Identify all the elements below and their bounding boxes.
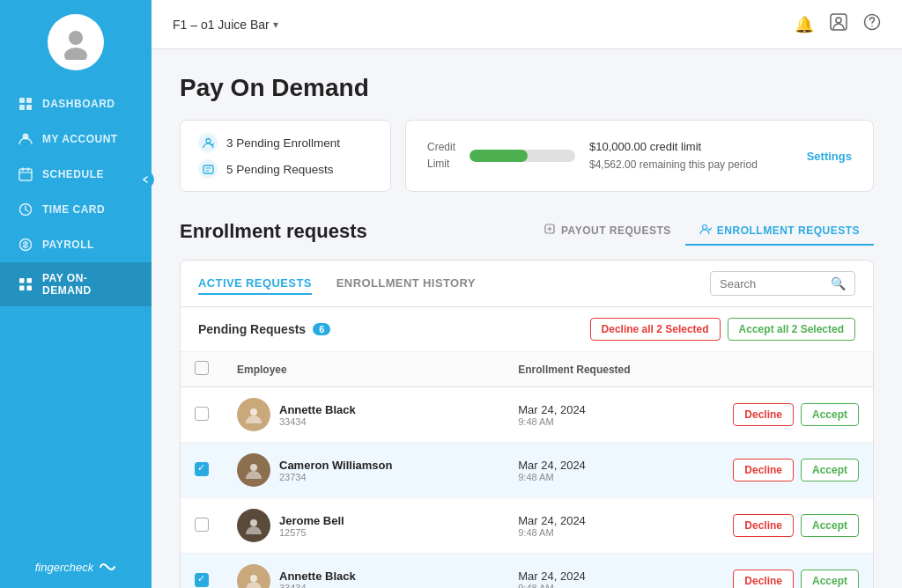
table-row: Annette Black 33434 Mar 24, 2024 9:48 AM… bbox=[181, 387, 873, 443]
topbar-icons: 🔔 bbox=[795, 13, 881, 35]
svg-point-15 bbox=[836, 18, 841, 23]
accept-button[interactable]: Accept bbox=[801, 459, 859, 481]
svg-rect-7 bbox=[19, 169, 32, 180]
settings-link[interactable]: Settings bbox=[807, 150, 852, 163]
time-text: 9:48 AM bbox=[518, 472, 705, 482]
employee-cell: Annette Black 33434 bbox=[237, 398, 490, 431]
date-text: Mar 24, 2024 bbox=[518, 459, 705, 472]
sidebar-item-time-card[interactable]: Time Card bbox=[0, 192, 152, 227]
credit-progress-fill bbox=[469, 150, 528, 162]
employee-info: Annette Black 33434 bbox=[279, 403, 356, 427]
enrollment-date: Mar 24, 2024 9:48 AM bbox=[518, 459, 705, 482]
employee-cell: Jerome Bell 12575 bbox=[237, 509, 490, 542]
accept-button[interactable]: Accept bbox=[801, 403, 859, 426]
enrollment-tab-icon bbox=[699, 223, 712, 238]
employee-info: Jerome Bell 12575 bbox=[279, 514, 344, 538]
search-box[interactable]: 🔍 bbox=[710, 271, 855, 296]
sidebar-item-pay-on-demand[interactable]: Pay On-Demand bbox=[0, 262, 152, 306]
credit-label: CreditLimit bbox=[427, 139, 455, 173]
tab-enrollment-requests[interactable]: Enrollment Requests bbox=[685, 217, 874, 246]
pending-requests-text: 5 Pending Requests bbox=[226, 163, 334, 176]
search-input[interactable] bbox=[720, 277, 825, 290]
svg-point-23 bbox=[250, 519, 257, 526]
decline-button[interactable]: Decline bbox=[733, 403, 794, 426]
requests-icon bbox=[198, 159, 218, 179]
sidebar-item-label: Dashboard bbox=[42, 98, 115, 110]
sidebar-nav: Dashboard My Account Schedule bbox=[0, 86, 152, 306]
date-text: Mar 24, 2024 bbox=[518, 514, 705, 527]
bulk-actions: Decline all 2 Selected Accept all 2 Sele… bbox=[590, 318, 855, 341]
table-row: Jerome Bell 12575 Mar 24, 2024 9:48 AM D… bbox=[181, 498, 873, 554]
sidebar-item-label: Time Card bbox=[42, 203, 105, 216]
avatar bbox=[237, 398, 270, 431]
tab-label: Enrollment Requests bbox=[717, 224, 860, 237]
grid-icon bbox=[18, 96, 33, 112]
svg-point-0 bbox=[69, 31, 83, 45]
pending-enrollment-item[interactable]: 3 Pending Enrollment bbox=[198, 133, 373, 152]
avatar bbox=[48, 14, 104, 70]
svg-rect-3 bbox=[26, 98, 32, 103]
sidebar-item-my-account[interactable]: My Account bbox=[0, 121, 152, 157]
logo-text: fingercheck bbox=[35, 561, 93, 574]
sidebar-item-label: Payroll bbox=[42, 239, 94, 251]
decline-button[interactable]: Decline bbox=[733, 459, 794, 481]
sidebar: Dashboard My Account Schedule bbox=[0, 0, 152, 588]
avatar bbox=[237, 453, 270, 487]
svg-point-24 bbox=[250, 575, 257, 582]
decline-all-button[interactable]: Decline all 2 Selected bbox=[590, 318, 721, 341]
calendar-icon bbox=[18, 166, 33, 182]
sidebar-item-schedule[interactable]: Schedule bbox=[0, 157, 152, 192]
row-checkbox[interactable] bbox=[195, 573, 209, 587]
user-icon bbox=[18, 131, 33, 147]
credit-remaining: $4,562.00 remaining this pay period bbox=[589, 157, 793, 173]
bell-icon[interactable]: 🔔 bbox=[795, 15, 814, 34]
tab-label: Payout Requests bbox=[561, 224, 671, 237]
tab-payout-requests[interactable]: Payout Requests bbox=[529, 217, 685, 246]
pending-requests-row: Pending Requests 6 Decline all 2 Selecte… bbox=[181, 307, 873, 352]
row-actions: Decline Accept bbox=[733, 570, 859, 588]
person-icon[interactable] bbox=[830, 13, 847, 35]
accept-button[interactable]: Accept bbox=[801, 570, 859, 588]
decline-button[interactable]: Decline bbox=[733, 570, 794, 588]
svg-rect-5 bbox=[26, 105, 32, 110]
svg-rect-12 bbox=[19, 286, 25, 291]
svg-point-1 bbox=[64, 48, 87, 60]
decline-button[interactable]: Decline bbox=[733, 514, 794, 537]
row-actions: Decline Accept bbox=[733, 459, 859, 481]
row-checkbox[interactable] bbox=[195, 518, 209, 532]
employee-name: Jerome Bell bbox=[279, 514, 344, 527]
svg-rect-10 bbox=[19, 278, 25, 283]
credit-info: $10,000.00 credit limit $4,562.00 remain… bbox=[589, 138, 793, 173]
question-icon[interactable] bbox=[863, 13, 881, 35]
inner-tab-active-requests[interactable]: Active Requests bbox=[198, 273, 312, 295]
location-selector[interactable]: F1 – o1 Juice Bar ▾ bbox=[173, 18, 278, 32]
employee-name: Annette Black bbox=[279, 570, 356, 583]
row-checkbox[interactable] bbox=[195, 462, 209, 476]
table-row: Cameron Williamson 23734 Mar 24, 2024 9:… bbox=[181, 443, 873, 498]
location-text: F1 – o1 Juice Bar bbox=[173, 18, 270, 32]
pending-requests-item[interactable]: 5 Pending Requests bbox=[198, 159, 373, 179]
sidebar-item-dashboard[interactable]: Dashboard bbox=[0, 86, 152, 121]
topbar: F1 – o1 Juice Bar ▾ 🔔 bbox=[152, 0, 902, 49]
inner-tab-enrollment-history[interactable]: Enrollment History bbox=[336, 273, 476, 295]
row-checkbox[interactable] bbox=[195, 407, 209, 421]
employee-id: 12575 bbox=[279, 527, 344, 538]
pending-label: Pending Requests 6 bbox=[198, 322, 330, 336]
employee-cell: Cameron Williamson 23734 bbox=[237, 453, 490, 487]
sidebar-collapse-button[interactable] bbox=[137, 171, 154, 188]
svg-point-21 bbox=[250, 408, 257, 415]
time-text: 9:48 AM bbox=[518, 583, 705, 589]
enrollment-icon bbox=[198, 133, 218, 152]
svg-rect-19 bbox=[203, 165, 213, 173]
employee-id: 23734 bbox=[279, 472, 392, 482]
sidebar-item-payroll[interactable]: Payroll bbox=[0, 227, 152, 262]
employee-info: Cameron Williamson 23734 bbox=[279, 459, 392, 482]
accept-all-button[interactable]: Accept all 2 Selected bbox=[728, 318, 855, 341]
accept-button[interactable]: Accept bbox=[801, 514, 859, 537]
summary-row: 3 Pending Enrollment 5 Pending Requests … bbox=[180, 120, 874, 192]
row-actions: Decline Accept bbox=[733, 514, 859, 537]
page-title: Pay On Demand bbox=[180, 74, 874, 102]
select-all-checkbox[interactable] bbox=[195, 361, 209, 375]
svg-point-17 bbox=[871, 26, 873, 27]
pay-demand-icon bbox=[18, 276, 33, 292]
